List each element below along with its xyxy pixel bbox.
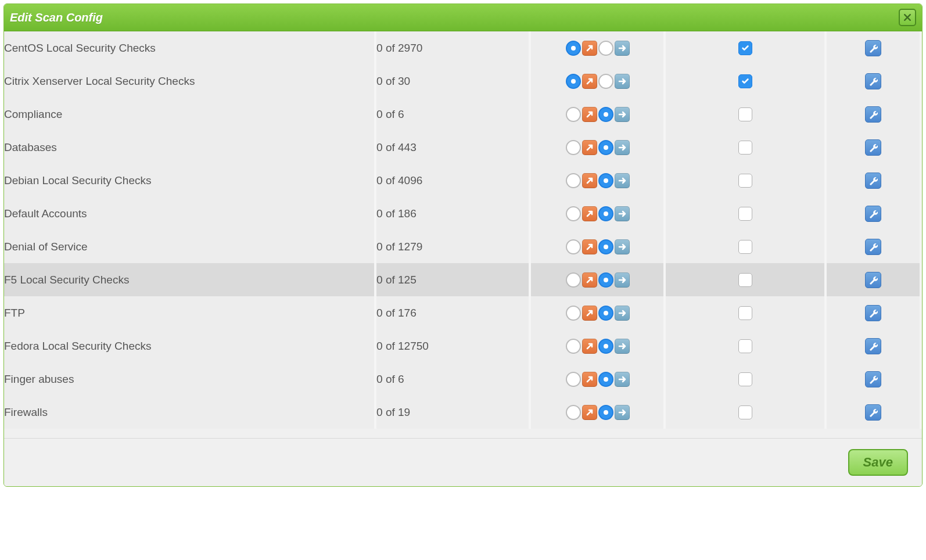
select-all-checkbox[interactable] xyxy=(738,174,752,188)
trend-radio-grow[interactable] xyxy=(566,206,581,221)
trend-radio-static[interactable] xyxy=(598,306,613,321)
trend-up-icon xyxy=(582,339,597,354)
trend-flat-icon xyxy=(615,405,630,420)
wrench-icon xyxy=(870,243,878,252)
trend-radio-static[interactable] xyxy=(598,272,613,288)
wrench-icon xyxy=(870,310,878,318)
select-all-checkbox[interactable] xyxy=(738,405,752,419)
trend-selector[interactable] xyxy=(565,306,630,321)
wrench-icon xyxy=(870,78,878,86)
family-name: Citrix Xenserver Local Security Checks xyxy=(4,64,376,98)
wrench-icon xyxy=(870,409,878,417)
edit-family-button[interactable] xyxy=(865,272,881,288)
edit-family-button[interactable] xyxy=(865,206,881,222)
edit-cell xyxy=(827,64,922,98)
close-button[interactable] xyxy=(899,9,916,26)
edit-family-button[interactable] xyxy=(865,139,881,156)
trend-cell xyxy=(531,263,666,296)
edit-family-button[interactable] xyxy=(865,338,881,354)
edit-family-button[interactable] xyxy=(865,173,881,189)
trend-radio-grow[interactable] xyxy=(566,140,581,155)
save-button[interactable]: Save xyxy=(848,449,908,476)
select-all-checkbox[interactable] xyxy=(738,273,752,287)
trend-flat-icon xyxy=(615,140,630,155)
trend-radio-grow[interactable] xyxy=(566,272,581,288)
trend-radio-static[interactable] xyxy=(598,41,613,56)
table-row: Fedora Local Security Checks0 of 12750 xyxy=(4,329,922,362)
trend-radio-grow[interactable] xyxy=(566,405,581,420)
dialog-header: Edit Scan Config xyxy=(4,4,922,31)
edit-cell xyxy=(827,164,922,197)
edit-family-button[interactable] xyxy=(865,404,881,421)
edit-family-button[interactable] xyxy=(865,305,881,321)
trend-cell xyxy=(531,396,666,429)
select-all-checkbox[interactable] xyxy=(738,339,752,353)
trend-radio-grow[interactable] xyxy=(566,41,581,56)
trend-selector[interactable] xyxy=(565,140,630,155)
family-name: Firewalls xyxy=(4,396,376,429)
trend-radio-static[interactable] xyxy=(598,173,613,188)
trend-cell xyxy=(531,230,666,263)
trend-selector[interactable] xyxy=(565,272,630,288)
trend-radio-static[interactable] xyxy=(598,372,613,387)
edit-family-button[interactable] xyxy=(865,73,881,89)
trend-radio-grow[interactable] xyxy=(566,239,581,254)
trend-radio-static[interactable] xyxy=(598,239,613,254)
select-all-checkbox[interactable] xyxy=(738,141,752,155)
trend-up-icon xyxy=(582,74,597,89)
trend-up-icon xyxy=(582,107,597,122)
trend-radio-static[interactable] xyxy=(598,74,613,89)
trend-radio-static[interactable] xyxy=(598,206,613,221)
trend-selector[interactable] xyxy=(565,107,630,122)
dialog-body: CentOS Local Security Checks0 of 2970Cit… xyxy=(4,31,922,438)
select-all-checkbox[interactable] xyxy=(738,306,752,320)
family-name: Debian Local Security Checks xyxy=(4,164,376,197)
edit-cell xyxy=(827,362,922,396)
trend-radio-static[interactable] xyxy=(598,405,613,420)
trend-selector[interactable] xyxy=(565,173,630,188)
trend-selector[interactable] xyxy=(565,339,630,354)
select-all-checkbox[interactable] xyxy=(738,372,752,386)
wrench-icon xyxy=(870,45,878,53)
trend-radio-grow[interactable] xyxy=(566,339,581,354)
wrench-icon xyxy=(870,177,878,185)
select-cell xyxy=(666,263,827,296)
trend-radio-grow[interactable] xyxy=(566,74,581,89)
select-all-checkbox[interactable] xyxy=(738,41,752,55)
select-all-checkbox[interactable] xyxy=(738,207,752,221)
trend-selector[interactable] xyxy=(565,239,630,254)
family-name: Default Accounts xyxy=(4,197,376,230)
family-name: F5 Local Security Checks xyxy=(4,263,376,296)
trend-radio-grow[interactable] xyxy=(566,173,581,188)
edit-family-button[interactable] xyxy=(865,40,881,56)
trend-selector[interactable] xyxy=(565,372,630,387)
edit-cell xyxy=(827,396,922,429)
trend-radio-static[interactable] xyxy=(598,140,613,155)
trend-radio-grow[interactable] xyxy=(566,372,581,387)
trend-radio-static[interactable] xyxy=(598,339,613,354)
trend-cell xyxy=(531,98,666,131)
select-all-checkbox[interactable] xyxy=(738,74,752,88)
trend-selector[interactable] xyxy=(565,74,630,89)
family-name: Compliance xyxy=(4,98,376,131)
nvt-count: 0 of 30 xyxy=(376,64,531,98)
trend-selector[interactable] xyxy=(565,405,630,420)
trend-radio-grow[interactable] xyxy=(566,306,581,321)
select-cell xyxy=(666,164,827,197)
nvt-count: 0 of 2970 xyxy=(376,31,531,64)
trend-radio-grow[interactable] xyxy=(566,107,581,122)
edit-cell xyxy=(827,329,922,362)
trend-selector[interactable] xyxy=(565,41,630,56)
nvt-count: 0 of 4096 xyxy=(376,164,531,197)
edit-family-button[interactable] xyxy=(865,371,881,387)
nvt-count: 0 of 1279 xyxy=(376,230,531,263)
trend-selector[interactable] xyxy=(565,206,630,221)
wrench-icon xyxy=(870,144,878,152)
select-all-checkbox[interactable] xyxy=(738,240,752,254)
trend-radio-static[interactable] xyxy=(598,107,613,122)
select-all-checkbox[interactable] xyxy=(738,107,752,121)
edit-family-button[interactable] xyxy=(865,106,881,123)
trend-flat-icon xyxy=(615,306,630,321)
family-name: CentOS Local Security Checks xyxy=(4,31,376,64)
edit-family-button[interactable] xyxy=(865,239,881,255)
